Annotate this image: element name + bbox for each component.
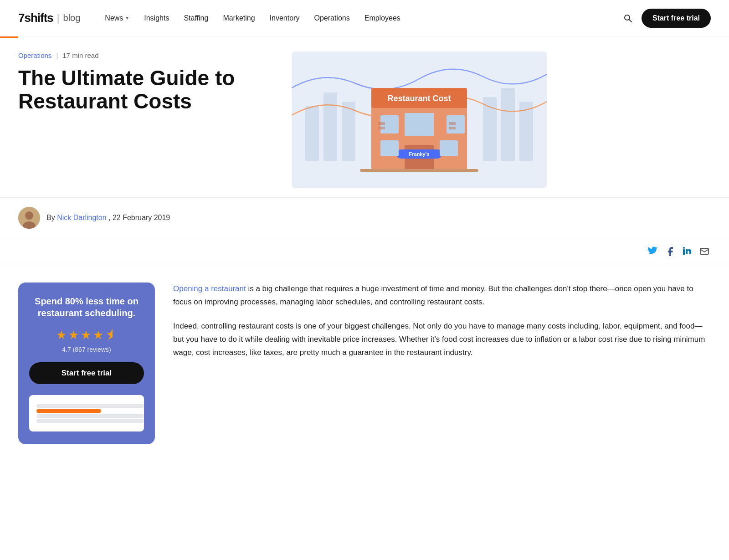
author-date: , 22 February 2019 (108, 214, 170, 221)
app-preview-bar-4 (36, 419, 144, 423)
nav-item-inventory[interactable]: Inventory (263, 10, 306, 26)
stars-row: ★ ★ ★ ★ ⯨ (29, 328, 144, 342)
author-name[interactable]: Nick Darlington (57, 214, 106, 221)
opening-restaurant-link[interactable]: Opening a restaurant (173, 284, 246, 293)
svg-rect-14 (405, 113, 434, 136)
article-title: The Ultimate Guide to Restaurant Costs (18, 67, 273, 113)
nav-label-insights: Insights (144, 14, 169, 22)
nav-label-marketing: Marketing (223, 14, 255, 22)
article-body: Opening a restaurant is a big challenge … (173, 283, 711, 370)
main-nav: News ▼ Insights Staffing Marketing Inven… (98, 10, 620, 26)
svg-rect-24 (449, 127, 456, 129)
logo[interactable]: 7shifts | blog (18, 11, 80, 25)
header-right: Start free trial (620, 9, 711, 28)
svg-rect-20 (360, 169, 478, 172)
article-category[interactable]: Operations (18, 51, 51, 59)
email-share-icon[interactable] (698, 245, 711, 257)
author-info: By Nick Darlington , 22 February 2019 (46, 214, 170, 222)
app-preview (29, 395, 144, 432)
svg-point-26 (25, 211, 33, 220)
article-paragraph-2: Indeed, controlling restaurant costs is … (173, 320, 711, 360)
content-section: Spend 80% less time on restaurant schedu… (0, 264, 729, 462)
star-2: ★ (68, 328, 79, 342)
nav-item-employees[interactable]: Employees (358, 10, 407, 26)
news-dropdown-icon: ▼ (125, 15, 129, 21)
author-avatar (18, 207, 40, 229)
nav-item-insights[interactable]: Insights (138, 10, 175, 26)
sidebar-cta-title: Spend 80% less time on restaurant schedu… (29, 295, 144, 319)
star-3: ★ (81, 328, 91, 342)
nav-label-news: News (105, 14, 123, 22)
svg-line-1 (629, 19, 631, 22)
article-header-left: Operations | 17 min read The Ultimate Gu… (18, 51, 273, 122)
svg-rect-7 (501, 88, 515, 161)
svg-point-29 (683, 247, 685, 249)
svg-rect-18 (380, 140, 399, 156)
nav-label-inventory: Inventory (270, 14, 300, 22)
header-cta-button[interactable]: Start free trial (642, 9, 711, 28)
svg-text:Restaurant Cost: Restaurant Cost (387, 94, 451, 103)
meta-separator: | (56, 51, 58, 59)
svg-rect-28 (683, 249, 685, 255)
svg-rect-30 (700, 248, 708, 254)
nav-item-operations[interactable]: Operations (308, 10, 356, 26)
facebook-share-icon[interactable] (663, 245, 676, 257)
social-share (0, 238, 729, 264)
logo-blog: blog (63, 13, 81, 23)
nav-label-operations: Operations (314, 14, 349, 22)
article-paragraph-1: Opening a restaurant is a big challenge … (173, 283, 711, 309)
svg-rect-21 (378, 122, 385, 125)
app-preview-bar-2 (36, 409, 101, 413)
twitter-share-icon[interactable] (646, 245, 659, 257)
logo-text: 7shifts (18, 11, 53, 25)
article-header: Operations | 17 min read The Ultimate Gu… (0, 38, 729, 198)
svg-rect-22 (449, 122, 456, 125)
logo-divider: | (57, 12, 60, 24)
sidebar-cta-button[interactable]: Start free trial (29, 362, 144, 384)
article-title-line1: The Ultimate Guide to (18, 66, 235, 90)
article-read-time: 17 min read (62, 51, 98, 59)
svg-rect-23 (378, 127, 385, 129)
hero-illustration: Restaurant Cost Franky's (292, 51, 547, 188)
star-1: ★ (56, 328, 67, 342)
star-5: ⯨ (105, 328, 117, 342)
svg-text:Franky's: Franky's (409, 151, 430, 157)
svg-rect-5 (342, 102, 355, 161)
nav-item-staffing[interactable]: Staffing (177, 10, 215, 26)
svg-rect-19 (440, 140, 458, 156)
svg-rect-3 (305, 106, 319, 161)
article-title-line2: Restaurant Costs (18, 89, 192, 113)
nav-label-employees: Employees (364, 14, 400, 22)
linkedin-share-icon[interactable] (681, 245, 693, 257)
nav-item-news[interactable]: News ▼ (98, 10, 136, 26)
nav-item-marketing[interactable]: Marketing (216, 10, 261, 26)
nav-label-staffing: Staffing (184, 14, 208, 22)
author-prefix: By (46, 214, 55, 221)
svg-rect-4 (323, 92, 337, 161)
sidebar-cta: Spend 80% less time on restaurant schedu… (18, 283, 155, 444)
search-icon[interactable] (620, 10, 636, 26)
paragraph-1-text: is a big challenge that requires a huge … (173, 284, 693, 306)
article-hero-image: Restaurant Cost Franky's (292, 51, 547, 188)
site-header: 7shifts | blog News ▼ Insights Staffing … (0, 0, 729, 36)
article-meta: Operations | 17 min read (18, 51, 273, 59)
app-preview-inner (29, 399, 144, 428)
app-preview-bar-1 (36, 404, 144, 408)
author-row: By Nick Darlington , 22 February 2019 (0, 198, 729, 238)
app-preview-bar-3 (36, 414, 144, 418)
star-4: ★ (93, 328, 103, 342)
reviews-text: 4.7 (867 reviews) (29, 346, 144, 353)
